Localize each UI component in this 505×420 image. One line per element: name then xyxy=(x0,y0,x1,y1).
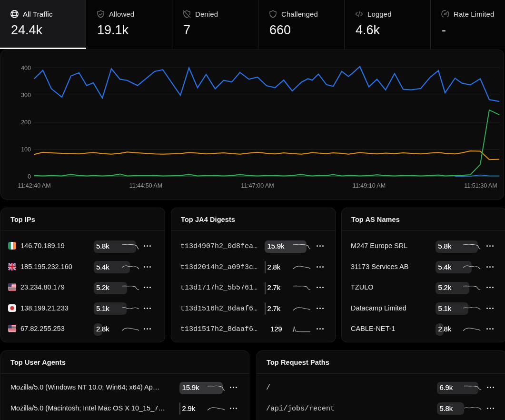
svg-text:11:42:40 AM: 11:42:40 AM xyxy=(18,182,50,189)
svg-text:200: 200 xyxy=(21,119,31,126)
svg-text:0: 0 xyxy=(28,173,31,180)
svg-text:400: 400 xyxy=(21,65,31,71)
svg-text:11:47:00 AM: 11:47:00 AM xyxy=(241,182,274,189)
svg-text:11:51:30 AM: 11:51:30 AM xyxy=(464,182,497,189)
svg-text:300: 300 xyxy=(21,92,31,99)
svg-text:100: 100 xyxy=(21,146,31,153)
svg-text:11:49:10 AM: 11:49:10 AM xyxy=(353,182,386,189)
svg-text:11:44:50 AM: 11:44:50 AM xyxy=(129,182,162,189)
